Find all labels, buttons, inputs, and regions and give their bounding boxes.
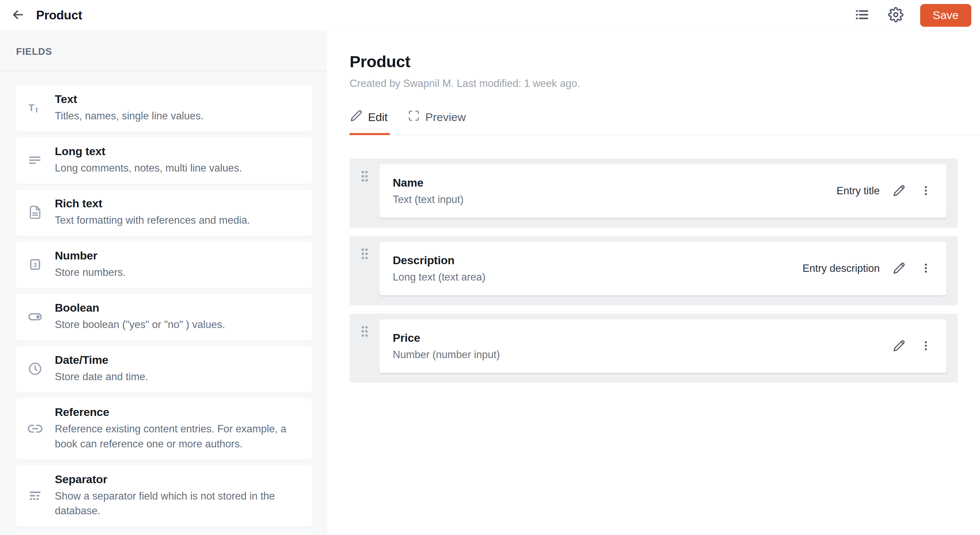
pencil-icon [893,262,905,275]
list-icon [855,7,869,23]
entry-mapping-badge: Entry description [802,263,880,274]
window-title: Product [36,8,82,22]
svg-text:3: 3 [33,262,37,269]
field-type-description: Text formatting with references and medi… [55,213,304,228]
kebab-menu-icon [920,185,932,197]
pencil-icon [893,185,905,197]
tab-bar: Edit Preview [350,108,980,135]
back-button[interactable] [9,6,27,25]
field-type-name: Text [55,92,304,106]
save-button[interactable]: Save [920,4,972,27]
field-type-name: Number [55,249,304,262]
edit-field-button[interactable] [892,338,907,354]
content-type-editor: Product Created by Swapnil M. Last modif… [327,31,980,535]
field-type-label: Long text (text area) [393,271,485,283]
kebab-menu-icon [920,340,932,353]
field-menu-button[interactable] [918,261,933,277]
field-name: Price [393,331,500,344]
long-text-icon [15,152,55,168]
fields-header: FIELDS [0,31,326,71]
field-type-description: Show a separator field which is not stor… [55,489,304,519]
field-type-description: Titles, names, single line values. [55,109,304,124]
rich-text-icon [15,204,55,220]
page-meta: Created by Swapnil M. Last modified: 1 w… [350,78,980,90]
tab-preview[interactable]: Preview [407,108,468,135]
field-type-name: Separator [55,473,304,486]
boolean-icon [15,309,55,325]
fields-sidebar: FIELDS Tt Text Titles, names, single lin… [0,31,327,535]
text-icon: Tt [15,100,55,116]
kebab-menu-icon [920,262,932,275]
field-type-description: Store boolean ("yes" or "no" ) values. [55,317,304,332]
field-type-name: Reference [55,406,304,419]
field-type-card[interactable]: Tt Text Titles, names, single line value… [15,85,312,132]
field-type-card[interactable]: Object Store nested data structures. [15,532,312,535]
field-type-label: Text (text input) [393,194,464,205]
field-card: Description Long text (text area) Entry … [379,242,947,295]
field-card: Name Text (text input) Entry title [379,164,947,218]
field-row: Description Long text (text area) Entry … [350,236,958,305]
drag-handle[interactable] [357,323,372,341]
maximize-icon [408,110,420,124]
arrow-left-icon [11,7,25,23]
field-type-label: Number (number input) [393,349,500,361]
drag-handle[interactable] [357,167,372,186]
number-icon: 3 [15,256,55,272]
field-type-name: Date/Time [55,353,304,366]
edit-field-button[interactable] [892,183,907,199]
field-type-description: Store numbers. [55,265,304,280]
reference-icon [15,420,55,437]
field-type-name: Rich text [55,197,304,210]
pencil-icon [893,340,905,353]
topbar-actions: Save [853,4,972,27]
pencil-icon [350,110,362,124]
field-type-name: Long text [55,145,304,158]
field-type-card[interactable]: Reference Reference existing content ent… [15,398,312,460]
datetime-icon [15,361,55,377]
field-row: Name Text (text input) Entry title [350,159,958,228]
content-list-button[interactable] [853,5,871,25]
svg-text:t: t [35,106,38,114]
field-menu-button[interactable] [918,338,933,354]
field-type-description: Store date and time. [55,369,304,385]
field-name: Name [393,176,464,189]
field-type-card[interactable]: Separator Show a separator field which i… [15,465,312,527]
field-type-card[interactable]: Boolean Store boolean ("yes" or "no" ) v… [15,294,312,341]
field-card: Price Number (number input) [379,319,947,373]
field-type-card[interactable]: 3 Number Store numbers. [15,242,312,288]
gear-icon [888,7,904,24]
field-type-description: Long comments, notes, multi line values. [55,161,304,176]
field-name: Description [393,254,485,267]
field-type-list: Tt Text Titles, names, single line value… [0,71,326,535]
page-title: Product [350,52,980,71]
topbar: Product Save [0,0,980,31]
separator-icon [15,487,55,503]
drag-handle[interactable] [357,245,372,263]
field-type-card[interactable]: Rich text Text formatting with reference… [15,189,312,236]
svg-text:T: T [29,102,34,113]
entry-mapping-badge: Entry title [837,185,880,197]
field-menu-button[interactable] [918,183,933,199]
field-type-name: Boolean [55,301,304,314]
field-type-card[interactable]: Long text Long comments, notes, multi li… [15,137,312,184]
field-row: Price Number (number input) [350,314,958,383]
model-field-list: Name Text (text input) Entry title [350,159,958,383]
edit-field-button[interactable] [892,261,907,277]
tab-edit[interactable]: Edit [350,108,390,135]
field-type-description: Reference existing content entries. For … [55,422,304,452]
settings-button[interactable] [886,5,905,25]
field-type-card[interactable]: Date/Time Store date and time. [15,346,312,393]
